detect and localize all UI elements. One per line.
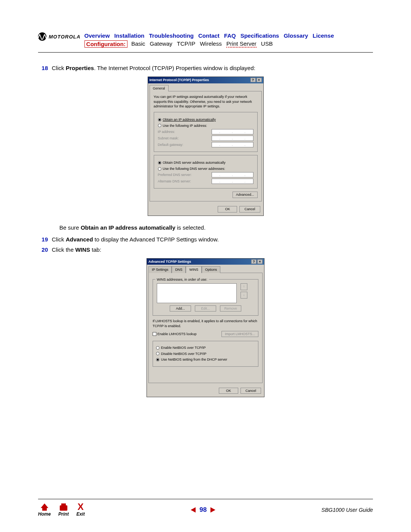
subnav-basic[interactable]: Basic — [131, 40, 145, 48]
subnav-tcpip[interactable]: TCP/IP — [177, 40, 195, 48]
nav-troubleshooting[interactable]: Troubleshooting — [149, 32, 194, 39]
radio-auto-ip-label: Obtain an IP address automatically — [163, 117, 216, 122]
step-18: 18 Click Properties. The Internet Protoc… — [38, 64, 373, 72]
advanced-tcpip-window: Advanced TCP/IP Settings ? × IP Settings… — [147, 258, 264, 398]
move-up-icon[interactable]: ↑ — [241, 283, 247, 290]
remove-button[interactable]: Remove — [220, 305, 241, 312]
ok-button[interactable]: OK — [219, 388, 238, 394]
nav-overview[interactable]: Overview — [84, 32, 110, 39]
exit-button[interactable]: X Exit — [76, 503, 85, 517]
exit-label: Exit — [76, 511, 85, 517]
move-down-icon[interactable]: ↓ — [241, 292, 247, 299]
subnav-gateway[interactable]: Gateway — [150, 40, 172, 48]
alternate-dns-field[interactable]: ... — [212, 179, 253, 184]
home-button[interactable]: Home — [38, 503, 51, 517]
ip-address-label: IP address: — [158, 129, 175, 134]
tab-dns[interactable]: DNS — [172, 266, 186, 273]
advanced-button[interactable]: Advanced... — [233, 192, 258, 198]
radio-enable-netbios-label: Enable NetBIOS over TCP/IP — [161, 345, 206, 350]
preferred-dns-field[interactable]: ... — [212, 172, 253, 177]
radio-enable-netbios[interactable] — [156, 346, 159, 350]
import-lmhosts-button[interactable]: Import LMHOSTS... — [221, 331, 258, 337]
gateway-label: Default gateway: — [158, 142, 183, 147]
step-text-pre: Click — [52, 65, 66, 71]
radio-auto-dns[interactable] — [158, 161, 161, 165]
step-text-post: . The Internet Protocol (TCP/IP) Propert… — [94, 65, 255, 71]
radio-static-ip[interactable] — [158, 124, 161, 127]
radio-static-ip-label: Use the following IP address: — [163, 123, 207, 128]
prev-page-icon[interactable] — [191, 507, 196, 513]
brand-logo: ⋀⋀ MOTOROLA — [38, 32, 81, 41]
tab-general[interactable]: General — [150, 85, 169, 92]
wins-group-title: WINS addresses, in order of use: — [155, 277, 209, 282]
step-19: 19 Click Advanced to display the Advance… — [38, 235, 373, 243]
lmhosts-description: If LMHOSTS lookup is enabled, it applies… — [153, 319, 258, 328]
radio-auto-ip[interactable] — [158, 118, 161, 121]
subnav-wireless[interactable]: Wireless — [200, 40, 222, 48]
tab-wins[interactable]: WINS — [186, 266, 202, 273]
add-button[interactable]: Add... — [170, 305, 191, 312]
radio-dhcp-netbios-label: Use NetBIOS setting from the DHCP server — [161, 357, 227, 362]
brand-text: MOTOROLA — [49, 34, 81, 40]
cancel-button[interactable]: Cancel — [239, 206, 260, 212]
home-label: Home — [38, 511, 51, 517]
preferred-dns-label: Preferred DNS server: — [158, 173, 192, 177]
enable-lmhosts-label: Enable LMHOSTS lookup — [158, 332, 197, 336]
tab-options[interactable]: Options — [202, 266, 220, 273]
close-icon[interactable]: × — [257, 259, 263, 264]
close-icon[interactable]: × — [256, 78, 262, 82]
tab-ipsettings[interactable]: IP Settings — [148, 266, 172, 273]
step-text-bold: WINS — [75, 246, 90, 253]
step-text-post: to display the Advanced TCP/IP Settings … — [93, 236, 218, 243]
print-button[interactable]: Print — [58, 505, 68, 517]
radio-disable-netbios[interactable] — [156, 352, 159, 355]
exit-icon: X — [78, 503, 84, 511]
cancel-button[interactable]: Cancel — [241, 388, 261, 394]
radio-static-dns[interactable] — [158, 167, 161, 171]
subnet-mask-field[interactable]: ... — [212, 136, 253, 141]
radio-dhcp-netbios[interactable] — [156, 358, 159, 361]
gateway-field[interactable]: ... — [212, 142, 253, 147]
radio-static-dns-label: Use the following DNS server addresses: — [163, 166, 225, 171]
step-text-post: tab: — [90, 246, 101, 253]
nav-faq[interactable]: FAQ — [224, 32, 236, 39]
step-20: 20 Click the WINS tab: — [38, 246, 373, 254]
step-number: 20 — [38, 246, 48, 254]
nav-glossary[interactable]: Glossary — [284, 32, 308, 39]
note-bold: Obtain an IP address automatically — [81, 224, 175, 231]
step-text-pre: Click — [52, 236, 66, 243]
help-icon[interactable]: ? — [250, 78, 256, 82]
subnav-usb[interactable]: USB — [261, 40, 273, 48]
motorola-icon: ⋀⋀ — [38, 32, 46, 41]
step-text-bold: Properties — [66, 65, 94, 71]
enable-lmhosts-checkbox[interactable] — [153, 332, 156, 336]
print-icon — [60, 505, 67, 511]
subnet-mask-label: Subnet mask: — [158, 136, 179, 141]
nav-contact[interactable]: Contact — [198, 32, 220, 39]
alternate-dns-label: Alternate DNS server: — [158, 179, 191, 184]
header-divider — [38, 52, 373, 53]
footer-divider — [38, 499, 373, 499]
wins-addresses-list[interactable] — [157, 283, 237, 303]
window-title: Advanced TCP/IP Settings — [148, 259, 191, 264]
page-number: 98 — [199, 506, 207, 514]
next-page-icon[interactable] — [210, 507, 215, 513]
nav-specifications[interactable]: Specifications — [241, 32, 279, 39]
nav-license[interactable]: License — [313, 32, 334, 39]
nav-installation[interactable]: Installation — [114, 32, 144, 39]
note-pre: Be sure — [59, 224, 81, 231]
edit-button[interactable]: Edit... — [195, 305, 216, 312]
sub-nav: Configuration: Basic Gateway TCP/IP Wire… — [84, 40, 373, 48]
step-number: 19 — [38, 235, 48, 243]
step-text-bold: Advanced — [66, 236, 93, 243]
ip-address-field[interactable]: ... — [212, 129, 253, 134]
subnav-printserver[interactable]: Print Server — [226, 40, 256, 48]
print-label: Print — [58, 511, 68, 517]
help-icon[interactable]: ? — [251, 259, 256, 264]
tcpip-properties-window: Internet Protocol (TCP/IP) Properties ? … — [148, 77, 264, 216]
ok-button[interactable]: OK — [218, 206, 237, 212]
top-nav: Overview Installation Troubleshooting Co… — [84, 32, 373, 39]
guide-title: SBG1000 User Guide — [322, 507, 373, 513]
radio-disable-netbios-label: Disable NetBIOS over TCP/IP — [161, 351, 206, 356]
page-nav: 98 — [191, 506, 215, 514]
